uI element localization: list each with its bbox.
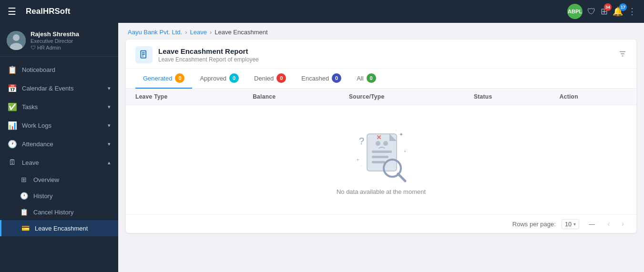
- tab-approved[interactable]: Approved 0: [192, 69, 246, 89]
- sidebar-item-noticeboard[interactable]: 📋 Noticeboard: [0, 60, 118, 79]
- tab-all[interactable]: All 0: [349, 69, 383, 89]
- sidebar-item-label: Attendance: [22, 141, 53, 148]
- shield-icon: 🛡: [587, 7, 596, 17]
- empty-message: No data available at the moment: [337, 188, 426, 195]
- cancel-history-icon: 📋: [19, 208, 29, 216]
- tab-denied-label: Denied: [254, 75, 274, 82]
- pagination-prev-button[interactable]: ‹: [604, 219, 613, 229]
- tab-generated-badge: 0: [175, 73, 184, 83]
- tasks-icon: ✅: [8, 102, 17, 111]
- sidebar-nav: 📋 Noticeboard 📅 Calendar & Events ▾ ✅ Ta…: [0, 57, 118, 272]
- tab-encashed-label: Encashed: [301, 75, 329, 82]
- sidebar-item-label: Work Logs: [22, 122, 51, 129]
- chevron-down-icon: ▾: [108, 104, 111, 110]
- svg-rect-13: [372, 156, 388, 158]
- sidebar-item-leave[interactable]: 🗓 Leave ▴: [0, 153, 118, 171]
- main-content: Aayu Bank Pvt. Ltd. › Leave › Leave Enca…: [118, 23, 644, 272]
- filter-icon[interactable]: [618, 50, 627, 60]
- avatar: [7, 31, 26, 50]
- chevron-up-icon: ▴: [108, 160, 111, 166]
- sidebar-item-worklogs[interactable]: 📊 Work Logs ▾: [0, 116, 118, 135]
- svg-rect-14: [372, 161, 385, 163]
- grid-notif[interactable]: ⊞ 34: [601, 6, 608, 17]
- col-source-type: Source/Type: [339, 89, 464, 105]
- sidebar-item-tasks[interactable]: ✅ Tasks ▾: [0, 98, 118, 116]
- history-icon: 🕐: [19, 192, 29, 200]
- overview-icon: ⊞: [19, 176, 29, 183]
- sidebar-item-calendar[interactable]: 📅 Calendar & Events ▾: [0, 79, 118, 98]
- profile-name: Rajesh Shrestha: [31, 30, 79, 38]
- worklogs-icon: 📊: [8, 121, 17, 130]
- rows-per-page-select[interactable]: 10 ▾: [562, 219, 579, 229]
- calendar-icon: 📅: [8, 84, 17, 93]
- empty-row: ? ✦ + + ◦ ◦ No data available at the mom…: [126, 105, 636, 215]
- tab-denied-badge: 0: [276, 73, 286, 83]
- sidebar-item-leave-encashment[interactable]: 💳 Leave Encashment: [0, 220, 118, 236]
- col-status: Status: [464, 89, 550, 105]
- svg-point-15: [376, 141, 380, 146]
- bell-notif[interactable]: 🔔 17: [613, 6, 623, 17]
- svg-text:+: +: [357, 158, 359, 162]
- bell-count-badge: 17: [619, 3, 627, 11]
- tab-all-label: All: [357, 75, 363, 82]
- breadcrumb-root[interactable]: Aayu Bank Pvt. Ltd.: [128, 29, 182, 36]
- pagination-next-button[interactable]: ›: [619, 219, 627, 229]
- sidebar-item-overview[interactable]: ⊞ Overview: [0, 171, 118, 188]
- tab-all-badge: 0: [367, 73, 376, 83]
- page-card: Leave Encashment Report Leave Encashment…: [126, 40, 636, 233]
- profile-info: Rajesh Shrestha Executive Director 🛡 HR …: [31, 30, 79, 50]
- svg-text:◦: ◦: [396, 128, 397, 132]
- breadcrumb-sep2: ›: [210, 29, 212, 36]
- hamburger-icon[interactable]: ☰: [8, 6, 16, 17]
- sidebar-item-cancel-history[interactable]: 📋 Cancel History: [0, 204, 118, 220]
- svg-text:◦: ◦: [361, 164, 362, 168]
- sidebar-sub-label: History: [33, 192, 52, 200]
- svg-point-1: [13, 34, 20, 41]
- chevron-down-icon: ▾: [108, 85, 111, 91]
- sidebar-sub-label: Overview: [33, 176, 59, 183]
- tabs: Generated 0 Approved 0 Denied 0 Encashed…: [126, 69, 636, 89]
- topnav-right: ABPL 🛡 ⊞ 34 🔔 17 ⋮: [567, 4, 636, 19]
- sidebar-item-label: Leave: [22, 159, 39, 166]
- shield-small-icon: 🛡: [31, 45, 36, 50]
- profile-role: Executive Director: [31, 38, 79, 44]
- sidebar-profile: Rajesh Shrestha Executive Director 🛡 HR …: [0, 23, 118, 57]
- more-options-icon[interactable]: ⋮: [628, 6, 636, 17]
- svg-rect-12: [372, 151, 392, 153]
- tab-encashed[interactable]: Encashed 0: [294, 69, 349, 89]
- tab-encashed-badge: 0: [332, 73, 341, 83]
- page-icon: [135, 46, 153, 63]
- sidebar-item-label: Calendar & Events: [22, 85, 73, 92]
- chevron-down-icon: ▾: [108, 122, 111, 129]
- breadcrumb-sep1: ›: [185, 29, 187, 36]
- sidebar-item-label: Noticeboard: [22, 66, 55, 73]
- profile-admin: 🛡 HR Admin: [31, 45, 79, 50]
- page-subtitle: Leave Encashment Report of employee: [158, 56, 259, 63]
- breadcrumb-leave[interactable]: Leave: [190, 29, 207, 36]
- chevron-down-icon: ▾: [573, 222, 576, 227]
- tab-denied[interactable]: Denied 0: [246, 69, 294, 89]
- topnav: ☰ RealHRSoft ABPL 🛡 ⊞ 34 🔔 17 ⋮: [0, 0, 644, 23]
- empty-state: ? ✦ + + ◦ ◦ No data available at the mom…: [126, 105, 636, 214]
- attendance-icon: 🕐: [8, 140, 17, 149]
- page-header-text: Leave Encashment Report Leave Encashment…: [158, 47, 259, 63]
- breadcrumb-current: Leave Encashment: [215, 29, 267, 36]
- breadcrumb: Aayu Bank Pvt. Ltd. › Leave › Leave Enca…: [118, 23, 644, 40]
- svg-point-16: [383, 141, 388, 146]
- tab-generated[interactable]: Generated 0: [135, 69, 192, 89]
- sidebar-item-history[interactable]: 🕐 History: [0, 188, 118, 204]
- data-table: Leave Type Balance Source/Type Status Ac…: [126, 89, 636, 214]
- empty-illustration: ? ✦ + + ◦ ◦: [350, 124, 412, 186]
- tab-generated-label: Generated: [143, 75, 172, 82]
- rows-per-page-label: Rows per page:: [512, 221, 556, 228]
- app-brand: RealHRSoft: [26, 7, 71, 16]
- noticeboard-icon: 📋: [8, 65, 17, 74]
- sidebar-item-label: Tasks: [22, 103, 38, 111]
- sidebar-item-attendance[interactable]: 🕐 Attendance ▾: [0, 135, 118, 153]
- col-balance: Balance: [243, 89, 339, 105]
- svg-line-18: [398, 174, 405, 181]
- grid-count-badge: 34: [604, 3, 612, 11]
- leave-encashment-icon: 💳: [20, 224, 30, 232]
- leave-icon: 🗓: [8, 158, 17, 167]
- col-action: Action: [550, 89, 636, 105]
